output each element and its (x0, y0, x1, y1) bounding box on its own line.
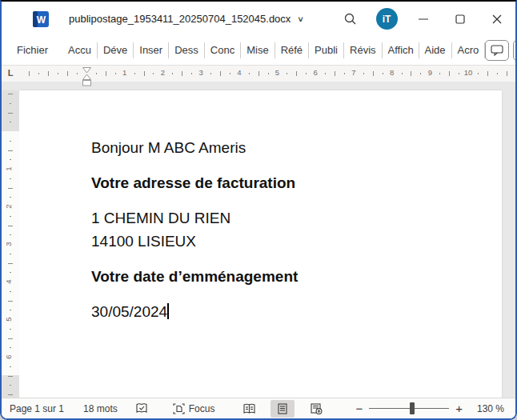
search-button[interactable] (331, 2, 368, 36)
paragraph: 14100 LISIEUX (91, 230, 470, 253)
tab-dessin[interactable]: Dess (169, 42, 205, 58)
text-cursor (167, 303, 169, 319)
zoom-in-button[interactable]: + (449, 402, 469, 415)
tab-aide[interactable]: Aide (419, 42, 452, 58)
word-window: W publipostage_1953411_20250704_152045.d… (0, 0, 517, 420)
web-layout-icon (311, 403, 323, 414)
paragraph-heading: Votre adresse de facturation (91, 171, 470, 194)
tab-publipostage[interactable]: Publi (309, 42, 344, 58)
horizontal-ruler: 12345678910 (19, 66, 515, 82)
focus-label: Focus (189, 403, 215, 414)
tab-acrobat[interactable]: Acro (452, 42, 486, 58)
search-icon (343, 12, 357, 26)
minimize-button[interactable] (405, 2, 442, 36)
status-bar: Page 1 sur 1 18 mots Focus (2, 398, 515, 418)
proofing-book-check-icon (135, 402, 148, 414)
web-layout-button[interactable] (304, 400, 328, 418)
comments-button[interactable] (485, 40, 509, 61)
tab-references[interactable]: Réfé (275, 42, 309, 58)
minimize-icon (419, 14, 428, 24)
paragraph-heading: Votre date d’emménagement (91, 265, 470, 288)
tab-stop-selector[interactable]: L (2, 66, 19, 82)
tab-developpeur[interactable]: Déve (98, 42, 134, 58)
account-avatar[interactable]: iT (368, 2, 405, 36)
close-icon (492, 14, 502, 24)
document-page[interactable]: Bonjour M ABC Ameris Votre adresse de fa… (19, 90, 502, 398)
ruler-row: L 12345678910 (2, 66, 515, 82)
word-app-icon: W (32, 10, 50, 28)
paragraph: 1 CHEMIN DU RIEN (91, 206, 470, 230)
paragraph: 30/05/2024 (91, 300, 470, 323)
print-layout-page-icon (278, 403, 287, 414)
focus-icon (173, 403, 185, 414)
tab-conception[interactable]: Conc (205, 42, 241, 58)
comment-bubble-icon (491, 45, 503, 56)
page-indicator[interactable]: Page 1 sur 1 (5, 403, 69, 414)
svg-text:W: W (37, 14, 46, 26)
ribbon-tabs: Fichier Accu Déve Inser Dess Conc Mise R… (11, 36, 485, 65)
tab-affichage[interactable]: Affich (383, 42, 419, 58)
proofing-status-button[interactable] (130, 402, 153, 414)
account-logo-icon: iT (376, 8, 398, 30)
vertical-ruler: 123456 (2, 90, 19, 398)
zoom-slider-handle[interactable] (410, 402, 415, 414)
editing-mode-button[interactable] (513, 40, 517, 61)
title-chevron-down-icon[interactable]: ∨ (297, 14, 304, 23)
print-layout-button[interactable] (271, 400, 295, 418)
maximize-button[interactable] (442, 2, 479, 36)
read-mode-button[interactable] (237, 400, 261, 418)
document-title: publipostage_1953411_20250704_152045.doc… (69, 13, 291, 25)
tab-insertion[interactable]: Inser (134, 42, 169, 58)
zoom-control: − + 130 % (349, 402, 515, 415)
document-canvas: 123456 Bonjour M ABC Ameris Votre adress… (2, 82, 515, 398)
zoom-level[interactable]: 130 % (477, 403, 504, 414)
close-button[interactable] (479, 2, 515, 36)
focus-mode-button[interactable]: Focus (173, 403, 215, 414)
paragraph: Bonjour M ABC Ameris (91, 136, 470, 159)
zoom-slider[interactable] (369, 402, 449, 414)
maximize-icon (455, 14, 465, 24)
view-switcher (237, 400, 328, 418)
word-count[interactable]: 18 mots (78, 403, 122, 414)
read-mode-book-icon (242, 403, 256, 414)
tab-mise-en-page[interactable]: Mise (241, 42, 275, 58)
tab-revision[interactable]: Révis (344, 42, 383, 58)
title-bar: W publipostage_1953411_20250704_152045.d… (2, 2, 515, 36)
tab-stop-l-icon: L (8, 68, 14, 78)
indent-marker[interactable] (82, 66, 92, 87)
tab-accueil[interactable]: Accu (62, 42, 98, 58)
tab-fichier[interactable]: Fichier (11, 42, 59, 58)
ribbon-tab-bar: Fichier Accu Déve Inser Dess Conc Mise R… (2, 36, 515, 66)
zoom-out-button[interactable]: − (349, 402, 369, 415)
